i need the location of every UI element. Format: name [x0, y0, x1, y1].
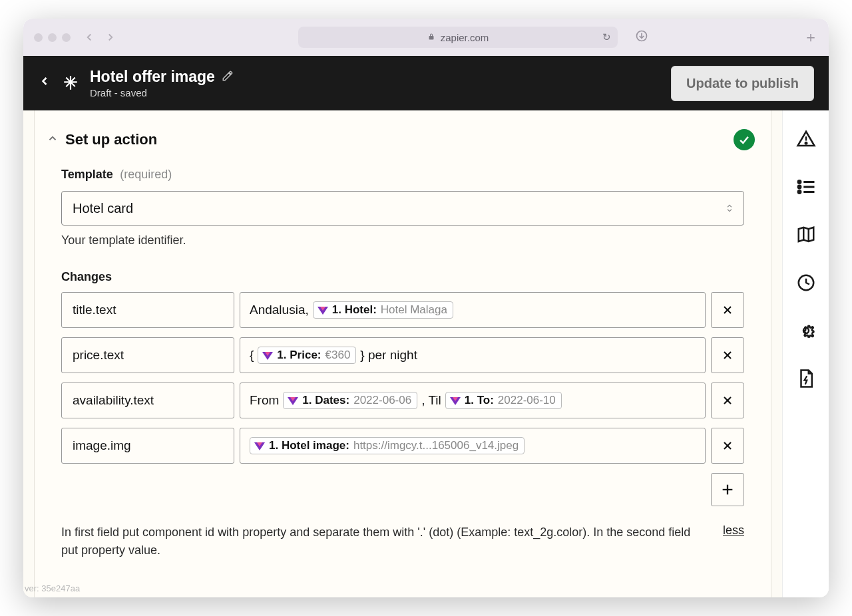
svg-point-18	[798, 191, 801, 194]
value-mid: , Til	[421, 393, 441, 408]
data-pill[interactable]: 1. To: 2022-06-10	[445, 392, 562, 409]
change-row: image.img 1. Hotel image: https://imgcy.…	[61, 428, 744, 464]
pill-label: 1. To:	[465, 394, 494, 407]
canvas-column: Set up action Template (required) Hotel …	[23, 110, 782, 597]
template-label-row: Template (required)	[61, 168, 744, 182]
right-rail	[782, 110, 829, 597]
svg-point-16	[798, 186, 801, 188]
change-key-text: image.img	[73, 438, 131, 453]
title-block: Hotel offer image Draft - saved	[90, 68, 234, 98]
change-key-text: title.text	[73, 303, 116, 317]
step-card: Set up action Template (required) Hotel …	[34, 110, 771, 597]
add-row-button[interactable]	[711, 473, 744, 506]
change-key-input[interactable]: title.text	[61, 292, 234, 328]
pill-app-icon	[254, 440, 265, 451]
pill-value: https://imgcy.t...165006_v14.jpeg	[353, 439, 519, 452]
browser-chrome: zapier.com ↻ ＋	[23, 19, 829, 56]
data-pill[interactable]: 1. Hotel: Hotel Malaga	[313, 301, 453, 319]
remove-row-button[interactable]	[711, 292, 744, 328]
window-controls	[34, 33, 71, 42]
map-icon[interactable]	[796, 225, 816, 245]
change-row: price.text { 1. Price: €360 } per night	[61, 337, 744, 373]
zapier-logo-icon	[62, 75, 79, 92]
data-pill[interactable]: 1. Price: €360	[258, 347, 356, 364]
change-row: availability.text From 1. Dates: 2022-06…	[61, 383, 744, 418]
close-dot[interactable]	[34, 33, 43, 42]
pill-value: Hotel Malaga	[381, 303, 447, 317]
change-key-input[interactable]: price.text	[61, 337, 234, 373]
value-prefix: Andalusia,	[250, 303, 309, 317]
pill-label: 1. Dates:	[302, 394, 349, 407]
pill-app-icon	[450, 395, 461, 406]
nav-back-icon[interactable]	[83, 31, 96, 44]
changes-help-text: In first field put component id with pro…	[61, 524, 710, 559]
changes-help-row: In first field put component id with pro…	[61, 524, 744, 559]
url-bar[interactable]: zapier.com ↻	[298, 27, 618, 48]
url-text: zapier.com	[441, 32, 489, 43]
change-key-text: price.text	[73, 348, 124, 363]
remove-row-button[interactable]	[711, 383, 744, 418]
value-prefix: From	[250, 393, 279, 408]
template-value: Hotel card	[73, 201, 133, 216]
changes-rows: title.text Andalusia, 1. Hotel: Hotel Ma…	[61, 292, 744, 464]
pill-label: 1. Price:	[277, 349, 321, 362]
file-bolt-icon[interactable]	[796, 369, 816, 388]
app-header: Hotel offer image Draft - saved Update t…	[23, 56, 829, 110]
remove-row-button[interactable]	[711, 428, 744, 464]
remove-row-button[interactable]	[711, 337, 744, 373]
pill-value: 2022-06-10	[498, 394, 556, 407]
publish-button[interactable]: Update to publish	[671, 66, 814, 101]
template-helper: Your template identifier.	[61, 233, 744, 247]
form-body: Template (required) Hotel card Your temp…	[35, 162, 771, 559]
zoom-dot[interactable]	[62, 33, 71, 42]
edit-title-icon[interactable]	[222, 70, 234, 84]
check-badge-icon	[734, 129, 755, 150]
pill-app-icon	[318, 305, 328, 315]
data-pill[interactable]: 1. Hotel image: https://imgcy.t...165006…	[250, 437, 525, 454]
pill-label: 1. Hotel image:	[269, 439, 349, 452]
gear-icon[interactable]	[796, 321, 816, 341]
minimize-dot[interactable]	[48, 33, 57, 42]
value-prefix: {	[250, 348, 254, 363]
change-value-input[interactable]: 1. Hotel image: https://imgcy.t...165006…	[240, 428, 706, 464]
zap-title[interactable]: Hotel offer image	[90, 68, 215, 86]
section-header[interactable]: Set up action	[35, 110, 771, 162]
reload-icon[interactable]: ↻	[602, 31, 611, 43]
data-pill[interactable]: 1. Dates: 2022-06-06	[283, 392, 417, 409]
template-required: (required)	[120, 168, 172, 181]
select-arrows-icon	[725, 202, 734, 214]
less-link[interactable]: less	[723, 524, 744, 538]
lock-icon	[427, 33, 435, 43]
pill-app-icon	[262, 350, 273, 361]
svg-point-13	[805, 142, 807, 144]
pill-value: €360	[325, 349, 351, 362]
pill-value: 2022-06-06	[353, 394, 411, 407]
value-suffix: } per night	[360, 348, 417, 363]
section-title: Set up action	[65, 131, 157, 148]
back-button[interactable]	[38, 75, 51, 92]
list-icon[interactable]	[796, 177, 816, 197]
change-key-input[interactable]: image.img	[61, 428, 234, 464]
window-frame: zapier.com ↻ ＋ Hotel offer image Draft -…	[23, 19, 829, 597]
nav-forward-icon[interactable]	[104, 31, 117, 44]
change-value-input[interactable]: Andalusia, 1. Hotel: Hotel Malaga	[240, 292, 706, 328]
version-tag: ver: 35e247aa	[25, 583, 80, 593]
change-key-text: availability.text	[73, 393, 154, 408]
change-value-input[interactable]: From 1. Dates: 2022-06-06 , Til 1. To:	[240, 383, 706, 418]
body-area: Set up action Template (required) Hotel …	[23, 110, 829, 597]
downloads-icon[interactable]	[635, 29, 648, 46]
change-row: title.text Andalusia, 1. Hotel: Hotel Ma…	[61, 292, 744, 328]
svg-point-14	[798, 181, 801, 184]
template-label: Template	[61, 168, 113, 181]
add-row-container	[61, 473, 744, 506]
change-key-input[interactable]: availability.text	[61, 383, 234, 418]
alert-icon[interactable]	[796, 129, 816, 149]
clock-icon[interactable]	[796, 273, 816, 293]
pill-label: 1. Hotel:	[332, 303, 377, 317]
change-value-input[interactable]: { 1. Price: €360 } per night	[240, 337, 706, 373]
template-select[interactable]: Hotel card	[61, 191, 744, 226]
chevron-up-icon	[47, 132, 59, 147]
new-tab-icon[interactable]: ＋	[803, 27, 818, 47]
pill-app-icon	[288, 395, 298, 406]
changes-label: Changes	[61, 270, 744, 284]
